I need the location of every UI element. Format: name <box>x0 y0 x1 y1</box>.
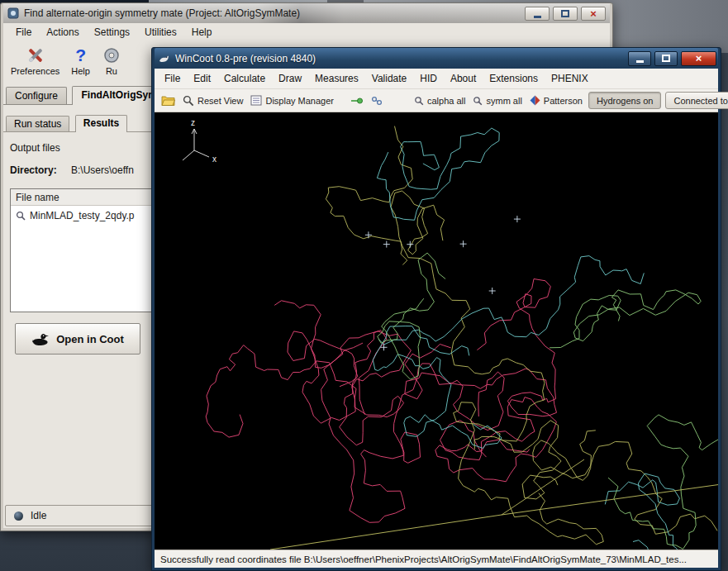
wincoot-client-area: File Edit Calculate Draw Measures Valida… <box>155 69 718 568</box>
menu-calculate[interactable]: Calculate <box>217 70 272 87</box>
molecule-canvas: zx <box>155 112 718 550</box>
menu-utilities[interactable]: Utilities <box>137 25 184 40</box>
menu-draw[interactable]: Draw <box>272 70 308 87</box>
minimize-button[interactable] <box>628 51 651 66</box>
maximize-button[interactable] <box>654 51 678 66</box>
directory-value: B:\Users\oeffn <box>71 164 134 176</box>
reset-view-label: Reset View <box>197 96 243 106</box>
run-button[interactable]: Ru <box>96 43 127 77</box>
desktop: Find alternate-origin symmetry mate (Pro… <box>0 0 728 571</box>
calpha-icon <box>414 96 424 106</box>
status-text: Successfully read coordinates file B:\Us… <box>160 554 687 564</box>
wincoot-toolbar: Reset View Display Manager <box>155 88 718 112</box>
window-title: Find alternate-origin symmetry mate (Pro… <box>24 7 300 19</box>
duck-icon <box>31 331 50 346</box>
close-button[interactable]: × <box>681 51 716 66</box>
go-to-ligand-button[interactable] <box>369 94 384 107</box>
connected-to-phenix-button[interactable]: Connected to PHENIX <box>665 92 728 109</box>
menu-help[interactable]: Help <box>184 25 220 40</box>
patterson-label: Patterson <box>544 96 583 106</box>
menu-about[interactable]: About <box>444 70 483 87</box>
maximize-icon <box>662 55 670 62</box>
status-dot-icon <box>14 512 23 521</box>
menu-validate[interactable]: Validate <box>365 70 413 87</box>
preferences-label: Preferences <box>11 66 59 76</box>
display-manager-label: Display Manager <box>265 96 334 106</box>
close-button[interactable]: × <box>581 7 606 21</box>
molecule-viewport[interactable]: zx <box>155 112 718 550</box>
symm-all-label: symm all <box>486 96 521 106</box>
close-icon: × <box>696 53 702 64</box>
symm-icon <box>473 96 483 106</box>
tab-configure[interactable]: Configure <box>6 87 67 104</box>
connected-to-phenix-label: Connected to PHENIX <box>673 96 728 106</box>
maximize-button[interactable] <box>553 7 578 21</box>
open-in-coot-button[interactable]: Open in Coot <box>15 323 140 354</box>
help-question-icon: ? <box>75 44 86 66</box>
help-button[interactable]: ? Help <box>65 43 96 77</box>
directory-label: Directory: <box>10 164 66 176</box>
preferences-tools-icon <box>25 44 46 66</box>
patterson-icon <box>530 95 540 106</box>
close-icon: × <box>590 8 597 19</box>
menu-actions[interactable]: Actions <box>39 25 86 40</box>
folder-open-icon <box>161 95 175 107</box>
symm-all-button[interactable]: symm all <box>471 94 523 107</box>
patterson-button[interactable]: Patterson <box>528 93 584 107</box>
open-in-coot-label: Open in Coot <box>56 333 124 345</box>
file-item-label: MinMLAD_testy_2qdy.p <box>30 210 135 221</box>
menu-measures[interactable]: Measures <box>308 70 365 87</box>
run-gear-icon <box>102 44 121 66</box>
menu-phenix[interactable]: PHENIX <box>545 70 595 87</box>
menu-file[interactable]: File <box>158 70 187 87</box>
wincoot-window-controls: × <box>628 51 716 66</box>
phenix-window-controls: × <box>525 7 606 21</box>
search-icon <box>16 211 26 221</box>
wincoot-window: WinCoot 0.8-pre (revision 4840) × File E… <box>151 47 721 571</box>
minimize-icon <box>534 16 541 18</box>
menu-settings[interactable]: Settings <box>87 25 137 40</box>
subtab-results[interactable]: Results <box>75 115 127 132</box>
hydrogens-on-toggle[interactable]: Hydrogens on <box>588 92 662 109</box>
wincoot-menubar: File Edit Calculate Draw Measures Valida… <box>155 69 718 88</box>
go-to-atom-button[interactable] <box>349 94 365 107</box>
reset-view-button[interactable]: Reset View <box>181 93 245 108</box>
status-text: Idle <box>31 510 46 521</box>
phenix-menubar: File Actions Settings Utilities Help <box>3 23 610 41</box>
svg-text:z: z <box>191 118 195 127</box>
maximize-icon <box>561 10 569 17</box>
menu-edit[interactable]: Edit <box>187 70 217 87</box>
display-manager-icon <box>250 95 262 106</box>
go-to-atom-icon <box>350 96 364 106</box>
minimize-button[interactable] <box>525 7 550 21</box>
go-to-ligand-icon <box>371 96 383 106</box>
menu-extensions[interactable]: Extensions <box>483 70 545 87</box>
wincoot-app-icon <box>158 53 170 64</box>
subtab-run-status[interactable]: Run status <box>6 116 69 131</box>
wincoot-titlebar[interactable]: WinCoot 0.8-pre (revision 4840) × <box>155 48 718 69</box>
preferences-button[interactable]: Preferences <box>5 43 65 77</box>
open-coordinates-button[interactable] <box>159 93 177 108</box>
phenix-app-icon <box>7 7 19 19</box>
wincoot-statusbar: Successfully read coordinates file B:\Us… <box>155 550 718 568</box>
phenix-titlebar[interactable]: Find alternate-origin symmetry mate (Pro… <box>3 3 610 23</box>
window-title: WinCoot 0.8-pre (revision 4840) <box>175 53 316 64</box>
minimize-icon <box>636 60 644 63</box>
hydrogens-on-label: Hydrogens on <box>597 96 654 106</box>
display-manager-button[interactable]: Display Manager <box>249 93 335 107</box>
calpha-all-label: calpha all <box>427 96 465 106</box>
menu-file[interactable]: File <box>8 25 39 40</box>
run-label: Ru <box>106 66 117 76</box>
calpha-all-button[interactable]: calpha all <box>412 94 467 107</box>
svg-text:x: x <box>212 155 216 164</box>
magnifier-icon <box>183 95 194 107</box>
menu-hid[interactable]: HID <box>413 70 444 87</box>
help-label: Help <box>71 66 90 76</box>
